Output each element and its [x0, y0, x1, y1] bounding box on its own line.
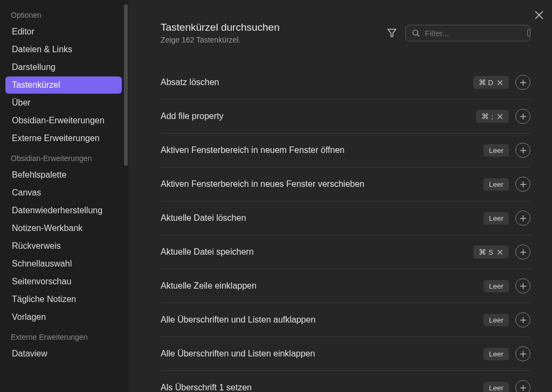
filter-icon[interactable]: [386, 27, 398, 39]
add-hotkey-button[interactable]: [515, 211, 530, 226]
hotkey-empty-badge[interactable]: Leer: [484, 144, 509, 157]
hotkey-row: Alle Überschriften und Listen aufklappen…: [161, 303, 530, 337]
page-subtitle: Zeige 162 Tastenkürzel.: [161, 36, 386, 44]
hotkey-label: Absatz löschen: [161, 78, 473, 87]
hotkey-row: Aktuelle Datei löschenLeer: [161, 201, 530, 235]
add-hotkey-button[interactable]: [515, 380, 530, 392]
sidebar-item[interactable]: Tägliche Notizen: [5, 291, 122, 308]
hotkey-row: Aktuelle Zeile einklappenLeer: [161, 269, 530, 303]
sidebar-item[interactable]: Vorlagen: [5, 309, 122, 326]
add-hotkey-button[interactable]: [515, 143, 530, 158]
hotkey-row: Alle Überschriften und Listen einklappen…: [161, 337, 530, 371]
hotkey-empty-badge[interactable]: Leer: [484, 382, 509, 393]
hotkey-row: Aktuelle Datei speichern⌘ S: [161, 235, 530, 269]
sidebar-item[interactable]: Schnellauswahl: [5, 255, 122, 272]
hotkey-empty-text: Leer: [489, 180, 503, 188]
sidebar-item[interactable]: Notizen-Werkbank: [5, 220, 122, 237]
hotkey-row: Aktiven Fensterbereich in neues Fenster …: [161, 167, 530, 201]
add-hotkey-button[interactable]: [515, 244, 530, 260]
sidebar-item[interactable]: Darstellung: [5, 59, 122, 76]
sidebar-item[interactable]: Befehlspalette: [5, 166, 122, 184]
sidebar-item[interactable]: Externe Erweiterungen: [5, 130, 122, 147]
sidebar-item[interactable]: Über: [5, 94, 122, 111]
add-hotkey-button[interactable]: [515, 75, 530, 90]
add-hotkey-button[interactable]: [515, 177, 530, 192]
add-hotkey-button[interactable]: [515, 278, 530, 293]
hotkey-empty-badge[interactable]: Leer: [484, 212, 509, 225]
sidebar-section-header: Optionen: [5, 4, 122, 23]
sidebar-item[interactable]: Seitenvorschau: [5, 273, 122, 290]
hotkey-label: Aktuelle Datei speichern: [161, 247, 473, 257]
sidebar-section-header: Externe Erweiterungen: [5, 326, 122, 345]
hotkey-empty-text: Leer: [489, 146, 503, 155]
sidebar-item[interactable]: Datenwiederherstellung: [5, 202, 122, 219]
hotkey-keys-badge[interactable]: ⌘ D: [473, 76, 509, 89]
hotkey-empty-badge[interactable]: Leer: [484, 280, 509, 292]
clear-hotkey-icon[interactable]: [496, 113, 503, 120]
hotkey-label: Add file property: [161, 111, 476, 121]
close-button[interactable]: [532, 8, 547, 23]
sidebar-item[interactable]: Canvas: [5, 184, 122, 201]
hotkey-empty-text: Leer: [489, 214, 503, 222]
sidebar-item[interactable]: Editor: [5, 23, 122, 40]
hotkey-label: Alle Überschriften und Listen einklappen: [161, 349, 484, 359]
hotkey-empty-badge[interactable]: Leer: [484, 178, 509, 191]
sidebar-item[interactable]: Rückverweis: [5, 237, 122, 255]
add-hotkey-button[interactable]: [515, 312, 530, 327]
search-icon: [411, 29, 420, 38]
hotkey-empty-badge[interactable]: Leer: [484, 348, 509, 360]
keyboard-icon[interactable]: [527, 29, 530, 37]
sidebar-item[interactable]: Tastenkürzel: [5, 76, 122, 94]
hotkey-row: Als Überschrift 1 setzenLeer: [161, 371, 530, 392]
svg-line-4: [417, 34, 419, 36]
sidebar-section-header: Obsidian-Erweiterungen: [5, 148, 122, 166]
hotkey-row: Add file property⌘ ;: [161, 100, 530, 134]
hotkey-label: Aktuelle Zeile einklappen: [161, 281, 484, 291]
hotkey-empty-text: Leer: [489, 384, 503, 392]
hotkey-keys-badge[interactable]: ⌘ S: [473, 246, 509, 258]
hotkey-keys-text: ⌘ ;: [481, 112, 493, 121]
hotkey-empty-badge[interactable]: Leer: [484, 314, 509, 326]
settings-main-pane: Tastenkürzel durchsuchen Zeige 162 Taste…: [128, 0, 552, 392]
hotkey-label: Aktiven Fensterbereich in neues Fenster …: [161, 179, 484, 189]
hotkey-keys-badge[interactable]: ⌘ ;: [476, 110, 509, 123]
add-hotkey-button[interactable]: [515, 109, 530, 124]
hotkey-keys-text: ⌘ D: [479, 78, 494, 87]
search-input[interactable]: [425, 29, 527, 38]
hotkey-label: Aktiven Fensterbereich in neuem Fenster …: [161, 145, 484, 155]
hotkey-label: Als Überschrift 1 setzen: [161, 383, 484, 392]
add-hotkey-button[interactable]: [515, 346, 530, 361]
hotkey-label: Alle Überschriften und Listen aufklappen: [161, 315, 484, 325]
svg-marker-2: [388, 29, 396, 36]
hotkey-list: Absatz löschen⌘ DAdd file property⌘ ;Akt…: [161, 66, 530, 392]
hotkey-row: Absatz löschen⌘ D: [161, 66, 530, 100]
page-title: Tastenkürzel durchsuchen: [161, 22, 386, 33]
clear-hotkey-icon[interactable]: [496, 79, 503, 86]
sidebar-item[interactable]: Obsidian-Erweiterungen: [5, 112, 122, 129]
hotkey-label: Aktuelle Datei löschen: [161, 213, 484, 223]
search-box[interactable]: [405, 25, 530, 41]
clear-hotkey-icon[interactable]: [496, 249, 503, 256]
hotkey-keys-text: ⌘ S: [479, 248, 493, 256]
hotkey-empty-text: Leer: [489, 316, 503, 324]
hotkey-empty-text: Leer: [489, 282, 503, 290]
hotkey-row: Aktiven Fensterbereich in neuem Fenster …: [161, 134, 530, 167]
sidebar-item[interactable]: Dateien & Links: [5, 41, 122, 58]
settings-sidebar: OptionenEditorDateien & LinksDarstellung…: [0, 0, 128, 392]
sidebar-item[interactable]: Dataview: [5, 345, 122, 362]
scrollbar-thumb[interactable]: [124, 4, 128, 166]
hotkey-empty-text: Leer: [489, 350, 503, 358]
